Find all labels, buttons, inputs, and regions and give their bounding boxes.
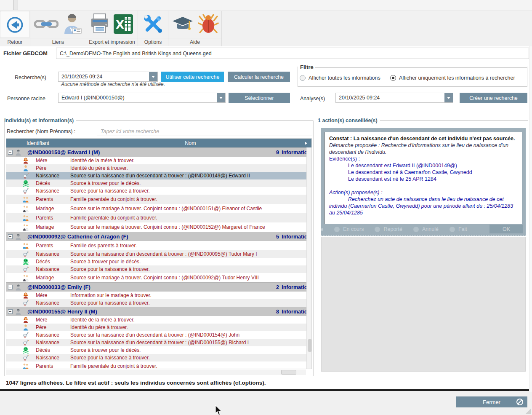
radio-afficher-toutes[interactable]: Afficher toutes les informations xyxy=(300,75,380,81)
table-row[interactable]: DécésSource à trouver pour le décés. xyxy=(6,179,311,187)
group-row[interactable]: @IND000033@Emily (F)2 Informations xyxy=(6,282,311,292)
scrollbar-thumb[interactable] xyxy=(281,370,296,375)
creer-recherche-button[interactable]: Créer une recherche xyxy=(460,93,527,103)
table-row[interactable]: NaissanceSource pour la naissance à trou… xyxy=(6,299,311,307)
selectionner-button[interactable]: Sélectionner xyxy=(229,93,290,103)
table-row[interactable]: ParentsFamille parentale du conjoint à t… xyxy=(6,195,311,204)
table-row[interactable]: ParentsFamille des parents à trouver. xyxy=(6,241,311,250)
recherche-combobox[interactable]: 20/10/2025 09:24 xyxy=(58,72,158,82)
radio-icon[interactable] xyxy=(450,227,455,232)
radio-icon[interactable] xyxy=(375,227,380,232)
graduation-cap-icon xyxy=(171,14,194,35)
fermer-button[interactable]: Fermer xyxy=(456,396,527,407)
page-scrollbar[interactable] xyxy=(529,46,532,392)
toolbar-aide-group[interactable]: Aide xyxy=(168,11,222,46)
table-vertical-scrollbar[interactable] xyxy=(306,147,312,369)
toolbar-label: Retour xyxy=(0,38,30,46)
table-row[interactable]: NaissanceSource sur la naissance d'un de… xyxy=(6,250,311,258)
toolbar-export-group[interactable]: X Export et impression xyxy=(86,11,138,46)
info-type-label: Parents xyxy=(30,243,69,249)
tree-indent xyxy=(15,204,21,213)
collapse-expander-icon[interactable] xyxy=(8,150,13,155)
demarche-text: Démarche proposée : Recherche d'informat… xyxy=(329,142,518,155)
personne-racine-label: Personne racine xyxy=(7,96,45,102)
header-nom[interactable]: Nom xyxy=(69,140,311,146)
table-row[interactable]: MéreIdentité de la mére à trouver. xyxy=(6,157,311,164)
bug-icon xyxy=(198,13,219,37)
group-row[interactable]: @IND000150@Edward I (M)9 Informations xyxy=(6,147,311,157)
tree-indent xyxy=(15,324,21,331)
header-identifiant[interactable]: Identifiant xyxy=(6,140,69,146)
info-type-label: Naissance xyxy=(30,173,69,179)
toolbar-liens-group[interactable]: Liens xyxy=(30,11,86,46)
mother-icon xyxy=(21,316,30,323)
analyse-combobox[interactable]: 20/10/2025 09:24 xyxy=(335,93,453,103)
info-type-label: Parents xyxy=(30,196,69,202)
info-type-label: Mére xyxy=(30,317,69,323)
personne-racine-combobox[interactable]: Edward I (@IND000150@) xyxy=(58,93,226,103)
table-header[interactable]: Identifiant Nom xyxy=(6,139,311,147)
table-horizontal-scrollbar[interactable] xyxy=(6,369,306,375)
table-row[interactable]: ParentsFamille parentale du conjoint à t… xyxy=(6,361,311,369)
table-row[interactable]: MariageSource sur le mariage à trouver. … xyxy=(6,273,311,282)
group-row[interactable]: @IND000092@Catherine of Aragon (F)5 Info… xyxy=(6,232,311,241)
toolbar-options-group[interactable]: Options xyxy=(138,11,168,46)
scrollbar-thumb[interactable] xyxy=(308,339,312,352)
rechercher-nom-input[interactable] xyxy=(97,127,312,136)
radio-icon[interactable] xyxy=(334,227,340,232)
header-arrow-icon[interactable] xyxy=(305,142,309,145)
status-radio-annulé[interactable]: Annulé xyxy=(413,226,439,232)
collapse-expander-icon[interactable] xyxy=(8,309,13,314)
table-row[interactable]: NaissanceSource pour la naissance à trou… xyxy=(6,265,311,273)
table-row[interactable]: MariageSource sur le mariage à trouver. … xyxy=(6,204,311,213)
gedcom-file-input[interactable] xyxy=(56,48,529,59)
tree-indent xyxy=(15,157,21,164)
table-row[interactable]: DécésSource à trouver pour le décés. xyxy=(6,258,311,265)
table-row[interactable]: NaissanceSource sur la naissance d'un de… xyxy=(6,339,311,346)
table-row[interactable]: PéreIdentité du pére à trouver. xyxy=(6,324,311,331)
utiliser-recherche-button[interactable]: Utiliser cette recherche xyxy=(161,72,224,82)
stork-icon xyxy=(21,354,30,361)
info-description: Source à trouver pour le décés. xyxy=(69,180,141,186)
group-row[interactable]: @IND000155@Henry II (M)8 Informations xyxy=(6,307,311,316)
table-row[interactable]: NaissanceSource pour la naissance à trou… xyxy=(6,354,311,361)
table-row[interactable]: MéreInformation sur le mariage à trouver… xyxy=(6,292,311,299)
status-radio-en-cours[interactable]: En cours xyxy=(334,226,364,232)
chevron-down-icon[interactable] xyxy=(149,72,157,81)
radio-afficher-uniquement[interactable]: Afficher uniquement les informations à r… xyxy=(390,75,515,81)
radio-icon[interactable] xyxy=(390,75,396,81)
skull-icon xyxy=(21,258,30,265)
table-row[interactable]: MariageSource sur le mariage à trouver. … xyxy=(6,222,311,232)
info-description: Source sur la naissance d'un descendant … xyxy=(69,173,250,179)
table-row[interactable]: MéreIdentité de la mére à trouver. xyxy=(6,316,311,324)
ok-button[interactable]: OK xyxy=(489,225,523,233)
individual-id: @IND000033@ xyxy=(22,284,66,290)
info-description: Source sur le mariage à trouver. Conjoin… xyxy=(69,206,262,212)
person-bust-icon xyxy=(14,233,22,240)
gedcom-file-label: Fichier GEDCOM xyxy=(3,50,48,56)
resize-grip[interactable] xyxy=(525,408,531,414)
table-row[interactable]: DécésSource à trouver pour le décés. xyxy=(6,346,311,354)
tree-indent xyxy=(15,316,21,324)
collapse-expander-icon[interactable] xyxy=(8,234,13,239)
table-row[interactable]: NaissanceSource sur la naissance d'un de… xyxy=(6,172,311,179)
tree-indent xyxy=(15,179,21,187)
table-row[interactable]: PéreIdentité du pére à trouver. xyxy=(6,164,311,172)
table-row[interactable]: NaissanceSource pour la naissance à trou… xyxy=(6,187,311,195)
status-radio-reporté[interactable]: Reporté xyxy=(375,226,402,232)
table-row[interactable]: NaissanceSource sur la naissance d'un de… xyxy=(6,331,311,339)
calculer-recherche-button[interactable]: Calculer la recherche xyxy=(228,72,290,82)
chevron-down-icon[interactable] xyxy=(217,93,225,102)
status-radio-à-faire[interactable]: À faire xyxy=(321,226,323,232)
radio-icon[interactable] xyxy=(413,227,419,232)
radio-icon[interactable] xyxy=(300,75,306,81)
chevron-down-icon[interactable] xyxy=(444,93,453,102)
toolbar-retour-button[interactable]: Retour xyxy=(0,11,30,46)
person-bust-icon xyxy=(14,284,22,291)
individual-id: @IND000155@ xyxy=(22,308,66,315)
collapse-expander-icon[interactable] xyxy=(8,285,13,289)
evidence-lines: Le descendant est Edward II (@IND000149@… xyxy=(329,162,518,182)
table-row[interactable]: ParentsFamille parentale du conjoint à t… xyxy=(6,213,311,222)
status-radio-fait[interactable]: Fait xyxy=(450,226,467,232)
info-type-label: Naissance xyxy=(30,266,69,272)
